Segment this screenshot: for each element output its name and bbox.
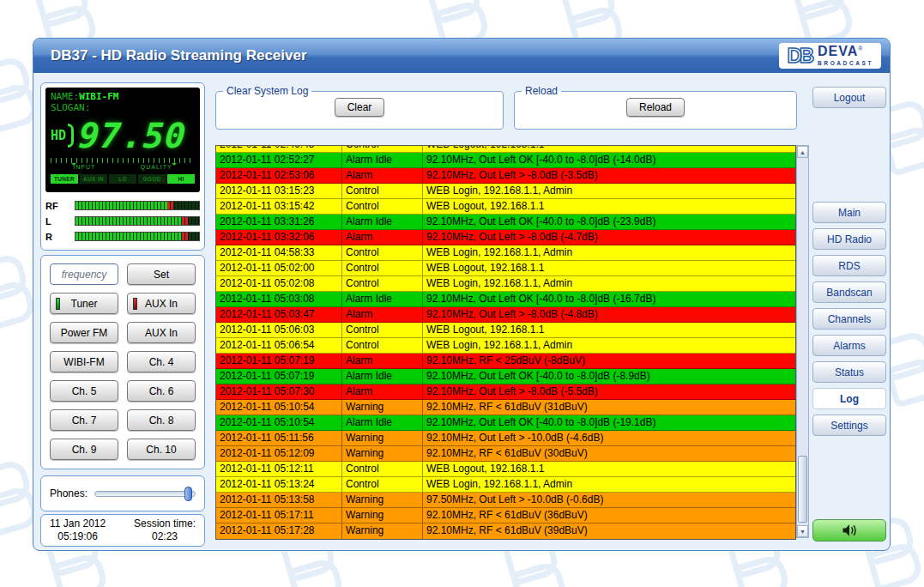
preset-button[interactable]: Ch. 4 — [127, 351, 196, 372]
log-row: 2012-01-11 05:06:03 Control WEB Logout, … — [216, 323, 795, 338]
log-row: 2012-01-11 05:13:24 Control WEB Login, 1… — [216, 477, 795, 493]
preset-button[interactable]: Ch. 6 — [127, 380, 196, 402]
meter-bar — [75, 216, 200, 226]
log-message: WEB Logout, 192.168.1.1 — [422, 261, 795, 275]
preset-label: Tuner — [71, 298, 98, 310]
clear-log-group: Clear System Log Clear — [215, 85, 504, 130]
nav-item[interactable]: HD Radio — [812, 228, 886, 250]
deva-logo: DB DEVA® BROADCAST — [779, 43, 881, 69]
log-time: 2012-01-11 05:06:54 — [216, 338, 341, 353]
log-message: WEB Login, 192.168.1.1, Admin — [422, 338, 795, 353]
log-message: 92.10MHz, Out Left > -10.0dB (-4.6dB) — [422, 431, 795, 445]
log-time: 2012-01-11 05:07:19 — [216, 354, 341, 368]
phones-slider-handle[interactable] — [184, 487, 192, 501]
reload-button[interactable]: Reload — [626, 98, 685, 117]
hd-logo-icon: HD — [51, 124, 74, 148]
preset-button[interactable]: AUX In — [127, 322, 196, 343]
log-row: 2012-01-11 02:49:45 Control WEB Logout, … — [216, 146, 795, 153]
title-bar: DB37 - HD Radio Streaming Receiver DB DE… — [33, 39, 890, 73]
nav-item[interactable]: Status — [812, 361, 886, 383]
log-row: 2012-01-11 05:07:30 Alarm 92.10MHz, Out … — [216, 384, 795, 400]
preset-button[interactable]: WIBI-FM — [50, 351, 118, 372]
nav-item[interactable]: Settings — [812, 415, 886, 436]
session-time-value: 02:23 — [152, 530, 178, 542]
log-type: Control — [341, 245, 422, 260]
time-value: 05:19:06 — [57, 530, 98, 542]
log-type: Alarm — [341, 354, 422, 368]
listen-button[interactable] — [812, 519, 886, 542]
log-row: 2012-01-11 05:10:54 Warning 92.10MHz, RF… — [216, 400, 795, 415]
scrollbar-thumb[interactable] — [798, 456, 807, 523]
log-message: 92.10MHz, RF < 61dBuV (39dBuV) — [422, 523, 795, 539]
nav-item[interactable]: RDS — [812, 255, 886, 276]
log-type: Control — [341, 146, 422, 152]
scroll-down-icon[interactable]: ▼ — [797, 525, 808, 537]
preset-button[interactable]: Power FM — [50, 322, 118, 343]
preset-button[interactable]: Ch. 10 — [127, 439, 196, 460]
set-button[interactable]: Set — [127, 263, 196, 285]
log-message: 92.10MHz, RF < 61dBuV (31dBuV) — [422, 400, 795, 415]
app-window: DB37 - HD Radio Streaming Receiver DB DE… — [33, 38, 891, 551]
lcd-name-label: NAME: — [51, 91, 79, 102]
clear-button[interactable]: Clear — [335, 98, 385, 117]
phones-slider[interactable] — [94, 491, 196, 497]
preset-button[interactable]: Ch. 5 — [50, 380, 118, 402]
frequency-input[interactable] — [50, 263, 118, 285]
log-time: 2012-01-11 05:13:24 — [216, 477, 341, 492]
log-time: 2012-01-11 05:12:11 — [216, 462, 341, 476]
preset-button[interactable]: Ch. 8 — [127, 409, 196, 431]
logout-button[interactable]: Logout — [812, 87, 886, 108]
preset-label: AUX In — [145, 327, 178, 339]
nav-item[interactable]: Alarms — [812, 335, 886, 356]
phones-label: Phones: — [50, 487, 88, 499]
preset-button[interactable]: Tuner — [50, 293, 118, 314]
preset-label: Power FM — [61, 327, 108, 339]
log-message: 92.10MHz, Out Left > -8.0dB (-4.8dB) — [422, 307, 795, 322]
phones-panel: Phones: — [40, 475, 205, 511]
log-time: 2012-01-11 03:32:06 — [216, 230, 341, 245]
preset-label: Ch. 6 — [149, 385, 174, 397]
lcd-input-label: INPUT — [73, 164, 95, 171]
log-time: 2012-01-11 05:17:11 — [216, 508, 341, 523]
lcd-indicator: TUNER — [51, 174, 78, 184]
lcd-scale — [51, 158, 195, 164]
log-row: 2012-01-11 02:53:06 Alarm 92.10MHz, Out … — [216, 168, 795, 184]
log-message: 92.10MHz, Out Left > -8.0dB (-4.7dB) — [422, 230, 795, 245]
log-type: Warning — [341, 431, 422, 445]
log-message: WEB Logout, 192.168.1.1 — [422, 146, 795, 152]
log-type: Warning — [341, 446, 422, 461]
preset-button[interactable]: AUX In — [127, 293, 196, 314]
preset-label: Ch. 8 — [149, 415, 174, 427]
preset-label: Ch. 4 — [149, 356, 174, 368]
preset-button[interactable]: Ch. 9 — [50, 439, 118, 460]
preset-label: Ch. 5 — [72, 385, 97, 397]
nav-item[interactable]: Bandscan — [812, 281, 886, 303]
log-scrollbar[interactable]: ▲ ▼ — [796, 145, 809, 538]
log-row: 2012-01-11 05:02:00 Control WEB Logout, … — [216, 261, 795, 276]
log-time: 2012-01-11 05:02:00 — [216, 261, 341, 275]
log-time: 2012-01-11 03:15:23 — [216, 184, 341, 198]
lcd-indicator: LO — [109, 174, 136, 184]
log-time: 2012-01-11 02:52:27 — [216, 153, 341, 167]
lcd-quality-label: QUALITY — [141, 164, 172, 171]
nav-item[interactable]: Log — [812, 388, 886, 409]
speaker-icon — [841, 523, 858, 538]
nav-item[interactable]: Channels — [812, 308, 886, 330]
level-meter: R — [45, 230, 200, 243]
preset-button[interactable]: Ch. 7 — [50, 409, 118, 431]
system-log-table: 2012-01-11 02:49:45 Control WEB Logout, … — [215, 145, 796, 540]
meter-bar — [75, 201, 200, 210]
preset-label: Ch. 7 — [72, 415, 97, 427]
log-message: 92.10MHz, Out Left > -8.0dB (-5.5dB) — [422, 384, 795, 399]
log-row: 2012-01-11 02:52:27 Alarm Idle 92.10MHz,… — [216, 153, 795, 168]
nav-item[interactable]: Main — [812, 202, 886, 223]
logo-subtitle: BROADCAST — [818, 57, 873, 69]
log-message: 92.10MHz, RF < 25dBuV (-8dBuV) — [422, 354, 795, 368]
log-type: Control — [341, 261, 422, 275]
log-time: 2012-01-11 05:12:09 — [216, 446, 341, 461]
scroll-up-icon[interactable]: ▲ — [797, 146, 808, 158]
log-message: 92.10MHz, RF < 61dBuV (30dBuV) — [422, 446, 795, 461]
log-row: 2012-01-11 05:17:28 Warning 92.10MHz, RF… — [216, 523, 795, 539]
log-row: 2012-01-11 05:07:19 Alarm 92.10MHz, RF <… — [216, 354, 795, 369]
log-type: Control — [341, 323, 422, 337]
